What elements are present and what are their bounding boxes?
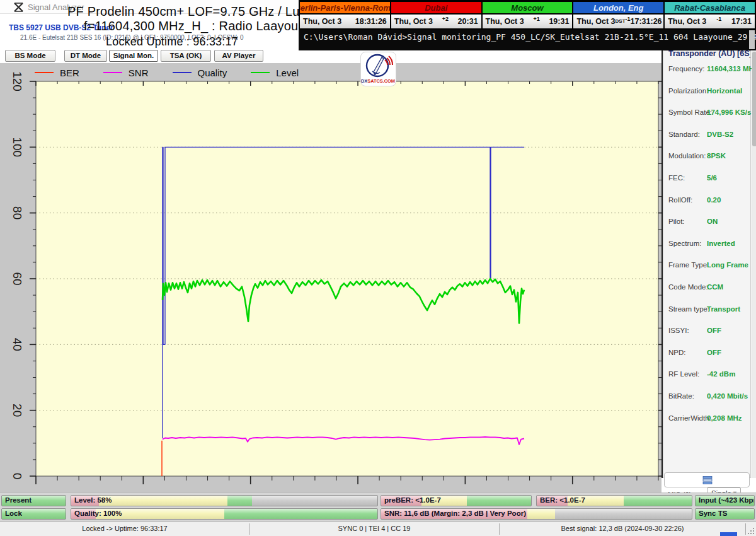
transponder-row-bitrate: BitRate:0,420 Mbit/s (668, 392, 748, 405)
clock-utc-offset: +2 (433, 16, 458, 22)
mode-button-bs-mode[interactable]: BS Mode (5, 50, 55, 62)
transponder-row-label: Stream type: (668, 305, 709, 313)
console-scrollbar[interactable] (749, 30, 755, 49)
transponder-row-value: Transport (707, 305, 740, 313)
transponder-row-npd: NPD:OFF (668, 349, 748, 361)
transponder-row-label: Symbol Rate: (668, 108, 712, 116)
meter-label: Present (5, 496, 32, 504)
meter-sheen (71, 496, 377, 506)
clock-city-label: London, Eng (573, 2, 663, 15)
clock-date: Thu, Oct 3 (394, 17, 433, 26)
export-button[interactable] (664, 472, 750, 487)
logo-dx: DX (361, 78, 367, 84)
transponder-row-frametype: Frame Type:Long Frame (668, 261, 748, 274)
resize-grip[interactable] (747, 527, 754, 534)
panel-scrollbar[interactable] (752, 50, 756, 478)
transponder-row-label: CarrierWidth: (668, 414, 711, 422)
meter-preber: preBER: <1.0E-7 (381, 495, 532, 506)
statusbar-divider (249, 523, 250, 535)
transponder-row-spectrum: Spectrum:Inverted (668, 240, 748, 252)
meter-sync-ts: Sync TS (695, 508, 755, 520)
transponder-row-label: NPD: (668, 349, 685, 356)
panel-scrollbar-thumb[interactable] (752, 52, 756, 146)
taskbar-peek (720, 532, 737, 536)
locked-uptime-title: Locked Uptime : 96:33:17 (106, 35, 238, 49)
mode-button-av-player[interactable]: AV Player (214, 50, 263, 62)
mode-button-tsa-ok-[interactable]: TSA (OK) (161, 50, 211, 62)
svg-text:20: 20 (11, 404, 24, 417)
clock-moscow: MoscowThu, Oct 3+119:31 (483, 2, 574, 30)
transponder-row-polarization: Polarization:Horizontal (668, 87, 748, 100)
clock-dubai: DubaiThu, Oct 3+220:31 (391, 2, 483, 30)
transponder-row-modulation: Modulation:8PSK (668, 152, 748, 165)
console-prompt-text: C:\Users\Roman Dávid>Signal monitoring_P… (304, 32, 756, 42)
transponder-row-value: -42 dBm (707, 370, 735, 378)
svg-text:80: 80 (11, 206, 24, 219)
transponder-row-rflevel: RF Level:-42 dBm (668, 370, 748, 383)
legend-label: Level (276, 67, 299, 78)
transponder-row-value: 5/6 (707, 174, 717, 182)
svg-text:120: 120 (11, 71, 24, 91)
transponder-row-label: Frequency: (668, 65, 705, 73)
clock-time: 18:31:26 (355, 17, 387, 26)
transponder-row-value: OFF (707, 349, 721, 356)
svg-text:60: 60 (11, 272, 24, 285)
legend-swatch (35, 72, 54, 73)
legend-label: BER (60, 67, 79, 78)
statusbar-lock-uptime: Locked -> Uptime: 96:33:17 (82, 525, 167, 532)
legend-swatch (103, 72, 122, 73)
transponder-row-label: ISSYI: (668, 327, 689, 334)
signal-analyzer-window: Signal Analyzer PF Prodelin 450cm+ LOF=9… (0, 0, 756, 536)
clock-utc-offset: DST-1 (616, 16, 631, 22)
legend-label: SNR (129, 67, 149, 78)
clock-time-row: Thu, Oct 3+220:31 (391, 15, 481, 28)
statusbar-divider (499, 523, 500, 535)
meter-label: Lock (5, 510, 22, 517)
mode-button-signal-mon-[interactable]: Signal Mon. (109, 50, 158, 62)
meter-label: Level: 58% (74, 496, 112, 504)
clock-time-row: Thu, Oct 3+119:31 (483, 15, 573, 28)
transponder-panel: Transponder (AU) [6S] Frequency:11604,31… (663, 50, 751, 478)
meter-input-kbps-: Input (~423 Kbps) (695, 495, 755, 506)
clock-city-label: Berlin-Paris-Vienna-Roma (300, 2, 390, 15)
clock-time: 17:31:26 (631, 17, 662, 26)
transponder-row-label: Pilot: (668, 218, 685, 225)
transponder-row-label: BitRate: (668, 392, 694, 400)
meter-label: Input (~423 Kbps) (699, 496, 755, 504)
legend-swatch (173, 72, 192, 73)
transponder-row-label: Modulation: (668, 152, 706, 160)
transponder-row-label: Code Mode: (668, 283, 708, 291)
logo-rest: SATCS.COM (367, 78, 395, 84)
transponder-row-label: Spectrum: (668, 240, 701, 247)
clock-date: Thu, Oct 3 (576, 17, 615, 26)
chart-legend: BERSNRQualityLevel (35, 67, 323, 78)
clock-time-row: Thu, Oct 318:31:26 (300, 15, 390, 28)
meter-label: SNR: 11,6 dB (Margin: 2,3 dB | Very Poor… (384, 510, 526, 517)
list-icon (702, 476, 713, 484)
transponder-panel-title: Transponder (AU) [6S] (668, 49, 750, 58)
transponder-row-label: Frame Type: (668, 261, 709, 269)
transponder-row-frequency: Frequency:11604,313 MHz (668, 65, 748, 78)
mode-button-dt-mode[interactable]: DT Mode (64, 50, 107, 62)
transponder-row-label: FEC: (668, 174, 685, 182)
meter-label: Sync TS (699, 510, 727, 517)
clock-city-label: Rabat-Casablanca (665, 2, 755, 15)
legend-item-snr: SNR (103, 67, 149, 78)
console-window[interactable]: C:\Users\Roman Dávid>Signal monitoring_P… (299, 30, 756, 50)
transponder-row-symbolrate: Symbol Rate:174,996 KS/s (668, 108, 748, 121)
legend-item-ber: BER (35, 67, 79, 78)
statusbar-divider (745, 523, 746, 535)
meter-bar-area: PresentLevel: 58%preBER: <1.0E-7BER: <1.… (0, 492, 756, 521)
legend-item-level: Level (251, 67, 299, 78)
statusbar-best-signal: Best signal: 12,3 dB (2024-09-30 22:26) (561, 525, 684, 532)
meter-label: BER: <1.0E-7 (540, 496, 585, 504)
legend-swatch (251, 72, 270, 73)
frequency-title: f=11604,300 MHz_H_ : Radio Laayoune (84, 19, 312, 33)
transponder-row-issyi: ISSYI:OFF (668, 327, 748, 339)
transponder-row-codemode: Code Mode:CCM (668, 283, 748, 296)
svg-text:40: 40 (11, 338, 24, 351)
meter-present: Present (1, 495, 66, 506)
legend-label: Quality (198, 67, 227, 78)
transponder-row-pilot: Pilot:ON (668, 218, 748, 230)
transponder-row-value: Inverted (707, 240, 735, 247)
